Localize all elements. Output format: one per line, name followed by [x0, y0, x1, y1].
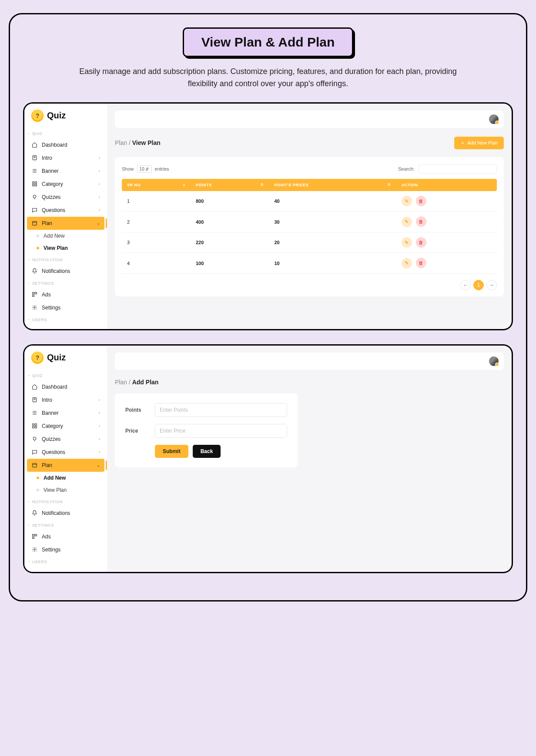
- sidebar-item-banner[interactable]: Banner ›: [24, 407, 107, 420]
- section-quiz: QUIZ: [24, 128, 107, 138]
- sidebar-item-ads[interactable]: Ads: [24, 530, 107, 543]
- sidebar-sub-add-new[interactable]: Add New: [24, 230, 107, 242]
- cell-actions: ✎ 🗑: [396, 212, 497, 232]
- plus-icon: ＋: [460, 140, 465, 146]
- topbar: [115, 111, 504, 128]
- svg-rect-6: [32, 222, 37, 225]
- cell-actions: ✎ 🗑: [396, 232, 497, 253]
- sidebar-item-settings[interactable]: Settings: [24, 543, 107, 556]
- sort-icon: ⇅: [261, 183, 264, 187]
- sidebar-item-label: Intro: [42, 397, 52, 403]
- delete-button[interactable]: 🗑: [416, 216, 426, 227]
- sidebar-item-questions[interactable]: Questions ›: [24, 204, 107, 217]
- calendar-icon: [31, 220, 37, 226]
- sidebar-item-notifications[interactable]: Notifications: [24, 507, 107, 520]
- section-users: USERS: [24, 556, 107, 567]
- dot-icon: [37, 247, 39, 249]
- edit-button[interactable]: ✎: [402, 196, 412, 206]
- svg-rect-20: [32, 537, 34, 539]
- points-input[interactable]: [155, 403, 287, 417]
- col-prices[interactable]: POINT'S PRICES⇅: [269, 179, 396, 191]
- table-row: 3 220 20 ✎ 🗑: [122, 232, 497, 253]
- avatar[interactable]: [489, 114, 499, 124]
- page-prev-button[interactable]: ←: [460, 280, 471, 290]
- calendar-icon: [31, 462, 37, 468]
- svg-rect-2: [35, 182, 37, 184]
- delete-button[interactable]: 🗑: [416, 196, 426, 206]
- sidebar-sub-view-plan[interactable]: View Plan: [24, 242, 107, 254]
- avatar[interactable]: [489, 356, 499, 366]
- sidebar-item-intro[interactable]: Intro ›: [24, 151, 107, 165]
- sidebar: ? Quiz QUIZ Dashboard Intro › Banner › C…: [24, 346, 107, 572]
- chat-icon: [31, 207, 37, 213]
- chevron-right-icon: ›: [99, 437, 100, 441]
- sidebar-sub-add-new[interactable]: Add New: [24, 472, 107, 484]
- sliders-icon: [31, 168, 37, 174]
- section-quiz: QUIZ: [24, 370, 107, 380]
- main-content: Plan / Add Plan Points Price Submit Back: [107, 346, 512, 572]
- sidebar-item-category[interactable]: Category ›: [24, 178, 107, 191]
- cell-price: 20: [269, 232, 396, 253]
- brand-logo[interactable]: ? Quiz: [24, 352, 107, 370]
- sidebar: ? Quiz QUIZ Dashboard Intro › Banner › C…: [24, 104, 107, 329]
- breadcrumb-root[interactable]: Plan: [115, 379, 127, 386]
- sidebar-item-notifications[interactable]: Notifications: [24, 265, 107, 278]
- sidebar-item-settings[interactable]: Settings: [24, 301, 107, 314]
- cell-points: 800: [191, 191, 269, 212]
- cell-sr: 4: [122, 253, 191, 274]
- col-sr[interactable]: SR NO▴: [122, 179, 191, 191]
- sidebar-sub-view-plan[interactable]: View Plan: [24, 484, 107, 496]
- sidebar-item-ads[interactable]: Ads: [24, 288, 107, 301]
- bulb-small-icon: [31, 194, 37, 200]
- delete-button[interactable]: 🗑: [416, 258, 426, 268]
- sidebar-item-intro[interactable]: Intro ›: [24, 393, 107, 407]
- chevron-down-icon: ⌄: [97, 463, 100, 467]
- entries-select[interactable]: 10 ⇵: [137, 165, 152, 173]
- edit-button[interactable]: ✎: [402, 217, 412, 227]
- svg-point-5: [33, 195, 36, 198]
- sidebar-item-category[interactable]: Category ›: [24, 420, 107, 433]
- back-button[interactable]: Back: [193, 445, 221, 458]
- delete-button[interactable]: 🗑: [416, 237, 426, 248]
- svg-rect-12: [32, 424, 34, 426]
- cell-points: 400: [191, 212, 269, 232]
- submit-button[interactable]: Submit: [155, 445, 188, 458]
- search-input[interactable]: [419, 164, 497, 174]
- breadcrumb: Plan / View Plan: [115, 139, 161, 146]
- sidebar-item-quizzes[interactable]: Quizzes ›: [24, 433, 107, 446]
- sidebar-item-label: Settings: [42, 547, 60, 553]
- dot-icon: [37, 477, 39, 479]
- sidebar-item-plan[interactable]: Plan ⌄: [27, 217, 104, 230]
- sidebar-item-questions[interactable]: Questions ›: [24, 446, 107, 459]
- sidebar-item-dashboard[interactable]: Dashboard: [24, 138, 107, 151]
- cell-actions: ✎ 🗑: [396, 191, 497, 212]
- chevron-down-icon: ⌄: [97, 221, 100, 225]
- gear-icon: [31, 305, 37, 311]
- sidebar-item-dashboard[interactable]: Dashboard: [24, 380, 107, 393]
- sidebar-item-label: Plan: [42, 462, 52, 468]
- page-number-button[interactable]: 1: [473, 280, 484, 290]
- cell-sr: 1: [122, 191, 191, 212]
- bulb-icon: ?: [31, 352, 44, 364]
- sidebar-item-label: Category: [42, 181, 63, 187]
- col-points[interactable]: POINTS⇅: [191, 179, 269, 191]
- edit-button[interactable]: ✎: [402, 258, 412, 269]
- edit-button[interactable]: ✎: [402, 237, 412, 248]
- svg-rect-19: [35, 534, 37, 536]
- price-input[interactable]: [155, 424, 287, 438]
- chevron-right-icon: ›: [99, 195, 100, 199]
- add-new-plan-button[interactable]: ＋ Add New Plan: [454, 137, 504, 149]
- home-icon: [31, 384, 37, 390]
- bulb-icon: ?: [31, 110, 44, 122]
- sidebar-item-plan[interactable]: Plan ⌄: [27, 459, 104, 472]
- cell-points: 220: [191, 232, 269, 253]
- hero-title: View Plan & Add Plan: [183, 27, 354, 57]
- page-next-button[interactable]: →: [486, 280, 497, 290]
- brand-logo[interactable]: ? Quiz: [24, 110, 107, 128]
- sidebar-item-banner[interactable]: Banner ›: [24, 165, 107, 178]
- table-row: 1 800 40 ✎ 🗑: [122, 191, 497, 212]
- breadcrumb-root[interactable]: Plan: [115, 139, 127, 146]
- sidebar-item-quizzes[interactable]: Quizzes ›: [24, 191, 107, 204]
- cell-actions: ✎ 🗑: [396, 253, 497, 274]
- apps-icon: [31, 534, 37, 540]
